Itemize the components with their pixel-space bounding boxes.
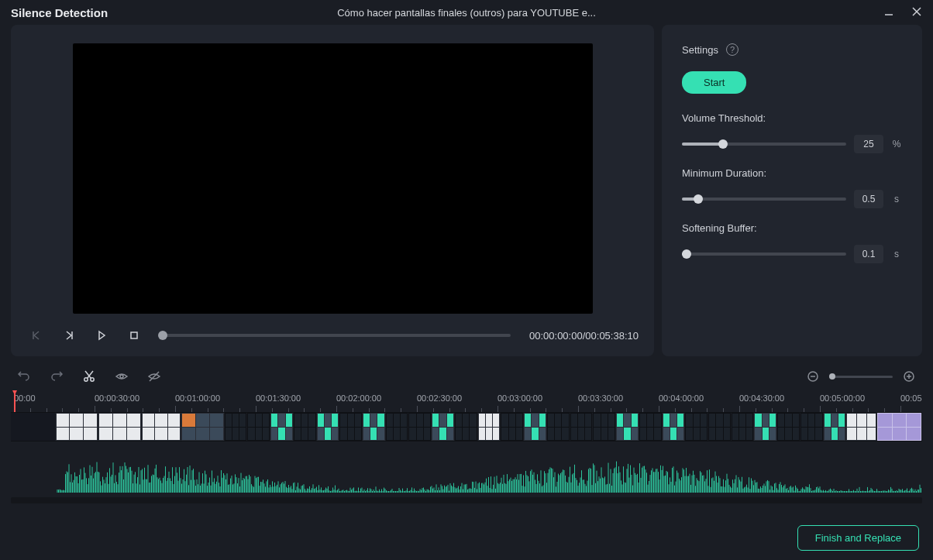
setting-label: Volume Threshold: xyxy=(682,112,902,124)
preview-panel: 00:00:00:00/00:05:38:10 xyxy=(11,25,654,356)
ruler-tick: 00:00 xyxy=(14,393,36,403)
current-time: 00:00:00:00 xyxy=(529,330,583,342)
svg-line-11 xyxy=(150,372,159,381)
ruler-tick: 00:01:30:00 xyxy=(256,393,301,403)
setting-slider[interactable] xyxy=(682,143,846,146)
clip-thumbnail[interactable] xyxy=(593,413,616,441)
window-controls xyxy=(883,6,922,19)
setting-2: Softening Buffer:0.1s xyxy=(682,222,902,263)
clip-thumbnail[interactable] xyxy=(98,413,142,441)
clip-thumbnail[interactable] xyxy=(317,413,340,441)
timecode-display: 00:00:00:00/00:05:38:10 xyxy=(529,330,639,342)
svg-rect-5 xyxy=(131,332,137,338)
clip-thumbnail[interactable] xyxy=(547,413,570,441)
clip-thumbnail[interactable] xyxy=(616,413,639,441)
svg-rect-17 xyxy=(11,441,57,494)
setting-unit: % xyxy=(891,139,902,149)
clip-thumbnail[interactable] xyxy=(501,413,524,441)
clip-thumbnail[interactable] xyxy=(455,413,478,441)
clip-thumbnail[interactable] xyxy=(732,413,755,441)
zoom-in-button[interactable] xyxy=(900,368,918,385)
clip-thumbnail[interactable] xyxy=(386,413,409,441)
zoom-out-button[interactable] xyxy=(804,368,821,385)
setting-label: Minimum Duration: xyxy=(682,167,902,179)
clip-thumbnail[interactable] xyxy=(270,413,294,441)
ruler-tick: 00:00:30:00 xyxy=(95,393,139,403)
setting-1: Minimum Duration:0.5s xyxy=(682,167,902,208)
setting-slider[interactable] xyxy=(682,253,846,256)
transport-bar: 00:00:00:00/00:05:38:10 xyxy=(26,325,639,347)
stop-button[interactable] xyxy=(124,325,144,345)
finish-and-replace-button[interactable]: Finish and Replace xyxy=(797,525,919,551)
clip-thumbnail[interactable] xyxy=(11,413,56,441)
setting-slider[interactable] xyxy=(682,198,846,201)
cut-button[interactable] xyxy=(81,368,98,385)
timeline-toolbar xyxy=(11,364,922,389)
timeline-ruler[interactable]: 00:0000:00:30:0000:01:00:0000:01:30:0000… xyxy=(11,390,922,412)
clip-thumbnail[interactable] xyxy=(663,413,686,441)
svg-point-10 xyxy=(120,375,123,378)
timeline-scrollbar[interactable] xyxy=(11,497,922,503)
zoom-slider[interactable] xyxy=(829,376,893,378)
clip-thumbnail[interactable] xyxy=(247,413,270,441)
setting-0: Volume Threshold:25% xyxy=(682,112,902,153)
minimize-button[interactable] xyxy=(883,6,894,19)
clip-thumbnail[interactable] xyxy=(639,413,663,441)
ruler-tick: 00:04:00:00 xyxy=(659,393,704,403)
setting-value[interactable]: 25 xyxy=(854,135,883,153)
setting-unit: s xyxy=(891,194,902,204)
prev-frame-button[interactable] xyxy=(26,325,46,345)
clip-thumbnail[interactable] xyxy=(685,413,708,441)
clip-thumbnail[interactable] xyxy=(339,413,363,441)
clip-thumbnail[interactable] xyxy=(181,413,225,441)
ruler-tick: 00:02:30:00 xyxy=(417,393,462,403)
ruler-tick: 00:04:30:00 xyxy=(739,393,784,403)
app-title: Silence Detection xyxy=(11,6,108,19)
playhead[interactable] xyxy=(14,390,15,412)
ruler-tick: 00:05:30:00 xyxy=(900,393,922,403)
ruler-tick: 00:01:00:00 xyxy=(175,393,220,403)
setting-value[interactable]: 0.1 xyxy=(854,245,883,263)
clip-thumbnail[interactable] xyxy=(800,413,824,441)
clip-thumbnail[interactable] xyxy=(877,413,922,441)
start-button[interactable]: Start xyxy=(682,71,746,94)
clip-thumbnail[interactable] xyxy=(570,413,594,441)
setting-label: Softening Buffer: xyxy=(682,222,902,234)
settings-heading: Settings xyxy=(682,44,718,56)
clip-thumbnail[interactable] xyxy=(363,413,386,441)
help-icon[interactable]: ? xyxy=(726,43,738,56)
clip-thumbnail[interactable] xyxy=(708,413,732,441)
audio-waveform[interactable] xyxy=(11,441,922,494)
clip-thumbnail[interactable] xyxy=(56,413,99,441)
ruler-tick: 00:05:00:00 xyxy=(820,393,865,403)
next-frame-button[interactable] xyxy=(59,325,79,345)
clip-thumbnail[interactable] xyxy=(777,413,800,441)
scrub-slider[interactable] xyxy=(163,334,511,337)
total-time: 00:05:38:10 xyxy=(585,330,639,342)
clip-thumbnail[interactable] xyxy=(478,413,501,441)
video-preview xyxy=(73,43,593,314)
preview-toggle-button[interactable] xyxy=(113,368,130,385)
scrub-handle[interactable] xyxy=(158,331,167,340)
clip-thumbnail[interactable] xyxy=(432,413,455,441)
clip-thumbnail[interactable] xyxy=(294,413,317,441)
clip-thumbnail[interactable] xyxy=(142,413,182,441)
clip-thumbnail[interactable] xyxy=(754,413,777,441)
ruler-tick: 00:02:00:00 xyxy=(336,393,381,403)
clip-thumbnail[interactable] xyxy=(824,413,847,441)
hide-toggle-button[interactable] xyxy=(146,368,163,385)
ruler-tick: 00:03:30:00 xyxy=(578,393,623,403)
timeline-area: 00:0000:00:30:0000:01:00:0000:01:30:0000… xyxy=(11,364,922,503)
clip-thumbnail[interactable] xyxy=(846,413,877,441)
redo-button[interactable] xyxy=(48,368,65,385)
clip-thumbnail[interactable] xyxy=(225,413,248,441)
close-button[interactable] xyxy=(911,6,922,19)
clip-thumbnail[interactable] xyxy=(524,413,547,441)
undo-button[interactable] xyxy=(15,368,33,385)
play-button[interactable] xyxy=(91,325,112,345)
setting-value[interactable]: 0.5 xyxy=(854,190,883,208)
thumbnail-strip[interactable] xyxy=(11,412,922,441)
setting-unit: s xyxy=(891,249,902,259)
clip-thumbnail[interactable] xyxy=(408,413,432,441)
settings-panel: Settings ? Start Volume Threshold:25%Min… xyxy=(662,25,922,356)
